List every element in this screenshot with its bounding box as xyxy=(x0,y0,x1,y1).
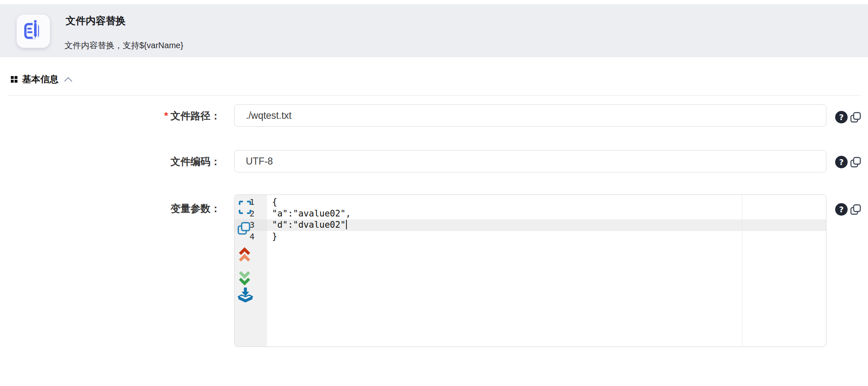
scroll-bottom-icon[interactable] xyxy=(238,269,251,285)
editor-ruler xyxy=(742,195,742,347)
help-icon[interactable]: ? xyxy=(835,156,848,168)
copy-code-icon[interactable] xyxy=(237,221,251,236)
import-icon[interactable] xyxy=(237,286,253,305)
fullscreen-icon[interactable] xyxy=(238,200,252,214)
field-label-variable-params: 变量参数： xyxy=(79,202,220,215)
header-bar: 文件内容替换 文件内容替换，支持${varName} xyxy=(0,4,868,57)
help-icon[interactable]: ? xyxy=(835,111,848,123)
required-marker: * xyxy=(164,110,168,121)
document-edit-icon xyxy=(21,19,45,44)
code-editor[interactable]: 1 2 3 4 xyxy=(234,194,826,347)
help-icon[interactable]: ? xyxy=(835,203,848,216)
app-icon xyxy=(17,15,50,48)
code-content[interactable]: { "a":"avalue02", "d":"dvalue02" } xyxy=(267,195,826,347)
text-caret xyxy=(346,220,347,229)
chevron-up-icon[interactable] xyxy=(63,76,73,83)
page-subtitle: 文件内容替换，支持${varName} xyxy=(64,40,183,51)
section-title: 基本信息 xyxy=(22,73,59,86)
field-label-file-path: *文件路径： xyxy=(79,110,220,122)
scroll-top-icon[interactable] xyxy=(238,247,251,264)
page: 文件内容替换 文件内容替换，支持${varName} 基本信息 *文件路径： ?… xyxy=(0,0,868,386)
section-header[interactable]: 基本信息 xyxy=(11,73,73,86)
copy-icon[interactable] xyxy=(850,204,862,216)
copy-icon[interactable] xyxy=(850,156,862,168)
page-title: 文件内容替换 xyxy=(66,14,126,27)
grid-icon xyxy=(11,76,17,83)
copy-icon[interactable] xyxy=(850,111,862,123)
file-encoding-input[interactable] xyxy=(234,150,826,172)
file-path-input[interactable] xyxy=(234,104,826,127)
divider xyxy=(8,95,860,96)
field-label-file-encoding: 文件编码： xyxy=(79,155,220,168)
